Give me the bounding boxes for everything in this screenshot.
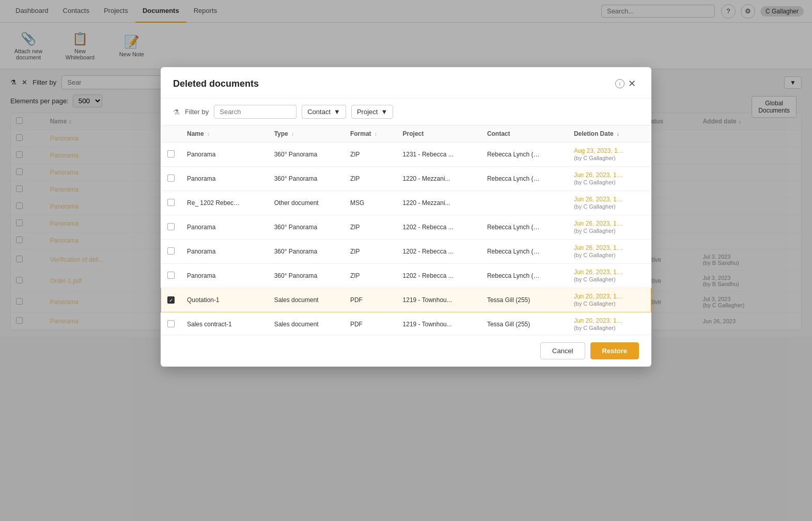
table-row: Panorama 360° Panorama ZIP 1202 - Rebecc… bbox=[161, 240, 651, 264]
row-format: ZIP bbox=[344, 215, 397, 240]
row-format: ZIP bbox=[344, 240, 397, 264]
row-checkbox[interactable] bbox=[167, 223, 175, 230]
row-type: 360° Panorama bbox=[268, 143, 344, 167]
modal-body: Name ↕ Type ↕ Format ↕ Project Contact D… bbox=[161, 125, 651, 335]
row-type: Sales document bbox=[268, 312, 344, 335]
row-type: 360° Panorama bbox=[268, 167, 344, 191]
modal-filter-label: Filter by bbox=[185, 108, 209, 116]
row-name: Panorama bbox=[181, 264, 268, 288]
modal-header: Deleted documents i ✕ bbox=[161, 67, 651, 99]
modal-filter-bar: ⚗ Filter by Contact ▼ Project ▼ bbox=[161, 99, 651, 125]
col-modal-contact[interactable]: Contact bbox=[481, 125, 568, 143]
row-deletion-date: Jun 20, 2023, 1… (by C Gallagher) bbox=[568, 312, 651, 335]
modal-filter-icon: ⚗ bbox=[173, 108, 180, 116]
col-check bbox=[161, 125, 181, 143]
row-deletion-date: Jun 26, 2023, 1… (by C Gallagher) bbox=[568, 264, 651, 288]
row-type: Other document bbox=[268, 191, 344, 215]
row-checkbox[interactable] bbox=[167, 175, 175, 182]
row-format: MSG bbox=[344, 191, 397, 215]
row-type: 360° Panorama bbox=[268, 264, 344, 288]
row-deletion-date: Aug 23, 2023, 1… (by C Gallagher) bbox=[568, 143, 651, 167]
row-format: PDF bbox=[344, 288, 397, 312]
row-contact: Tessa Gill (255) bbox=[481, 288, 568, 312]
row-checkbox-cell[interactable] bbox=[161, 191, 181, 215]
table-row: Quotation-1 Sales document PDF 1219 - To… bbox=[161, 288, 651, 312]
row-checkbox[interactable] bbox=[167, 296, 175, 304]
row-format: ZIP bbox=[344, 167, 397, 191]
row-project: 1231 - Rebecca ... bbox=[397, 143, 481, 167]
row-deletion-date: Jun 26, 2023, 1… (by C Gallagher) bbox=[568, 167, 651, 191]
row-project: 1202 - Rebecca ... bbox=[397, 215, 481, 240]
row-name: Panorama bbox=[181, 143, 268, 167]
row-checkbox[interactable] bbox=[167, 199, 175, 206]
table-row: Panorama 360° Panorama ZIP 1231 - Rebecc… bbox=[161, 143, 651, 167]
row-contact: Rebecca Lynch (… bbox=[481, 167, 568, 191]
modal-footer: Cancel Restore bbox=[161, 335, 651, 337]
row-checkbox-cell[interactable] bbox=[161, 167, 181, 191]
row-name: Panorama bbox=[181, 215, 268, 240]
row-project: 1202 - Rebecca ... bbox=[397, 264, 481, 288]
col-modal-name[interactable]: Name ↕ bbox=[181, 125, 268, 143]
row-checkbox-cell[interactable] bbox=[161, 215, 181, 240]
row-project: 1220 - Mezzani... bbox=[397, 191, 481, 215]
row-format: ZIP bbox=[344, 264, 397, 288]
row-project: 1219 - Townhou... bbox=[397, 312, 481, 335]
row-checkbox[interactable] bbox=[167, 320, 175, 327]
table-row: Panorama 360° Panorama ZIP 1220 - Mezzan… bbox=[161, 167, 651, 191]
row-format: ZIP bbox=[344, 143, 397, 167]
info-icon[interactable]: i bbox=[615, 79, 624, 88]
row-checkbox-cell[interactable] bbox=[161, 264, 181, 288]
row-name: Re_ 1202 Rebec… bbox=[181, 191, 268, 215]
row-contact: Tessa Gill (255) bbox=[481, 312, 568, 335]
modal-close-button[interactable]: ✕ bbox=[624, 76, 639, 91]
row-checkbox[interactable] bbox=[167, 247, 175, 255]
col-modal-type[interactable]: Type ↕ bbox=[268, 125, 344, 143]
row-checkbox[interactable] bbox=[167, 150, 175, 157]
row-project: 1219 - Townhou... bbox=[397, 288, 481, 312]
row-contact: Rebecca Lynch (… bbox=[481, 240, 568, 264]
table-row: Panorama 360° Panorama ZIP 1202 - Rebecc… bbox=[161, 264, 651, 288]
row-checkbox-cell[interactable] bbox=[161, 288, 181, 312]
row-checkbox-cell[interactable] bbox=[161, 143, 181, 167]
contact-dropdown[interactable]: Contact ▼ bbox=[302, 105, 346, 119]
deleted-documents-modal: Deleted documents i ✕ ⚗ Filter by Contac… bbox=[161, 67, 651, 337]
row-deletion-date: Jun 20, 2023, 1… (by C Gallagher) bbox=[568, 288, 651, 312]
row-name: Quotation-1 bbox=[181, 288, 268, 312]
row-deletion-date: Jun 26, 2023, 1… (by C Gallagher) bbox=[568, 215, 651, 240]
row-deletion-date: Jun 26, 2023, 1… (by C Gallagher) bbox=[568, 240, 651, 264]
row-type: 360° Panorama bbox=[268, 240, 344, 264]
row-checkbox-cell[interactable] bbox=[161, 240, 181, 264]
deleted-docs-table: Name ↕ Type ↕ Format ↕ Project Contact D… bbox=[161, 125, 651, 335]
row-checkbox[interactable] bbox=[167, 272, 175, 279]
row-contact bbox=[481, 191, 568, 215]
row-deletion-date: Jun 26, 2023, 1… (by C Gallagher) bbox=[568, 191, 651, 215]
col-modal-format[interactable]: Format ↕ bbox=[344, 125, 397, 143]
row-type: Sales document bbox=[268, 288, 344, 312]
modal-title: Deleted documents bbox=[173, 78, 611, 89]
modal-overlay: Deleted documents i ✕ ⚗ Filter by Contac… bbox=[0, 0, 812, 337]
modal-search-input[interactable] bbox=[214, 105, 296, 119]
row-contact: Rebecca Lynch (… bbox=[481, 264, 568, 288]
row-format: PDF bbox=[344, 312, 397, 335]
row-name: Panorama bbox=[181, 167, 268, 191]
row-name: Sales contract-1 bbox=[181, 312, 268, 335]
col-modal-project[interactable]: Project bbox=[397, 125, 481, 143]
row-project: 1220 - Mezzani... bbox=[397, 167, 481, 191]
row-name: Panorama bbox=[181, 240, 268, 264]
table-row: Re_ 1202 Rebec… Other document MSG 1220 … bbox=[161, 191, 651, 215]
row-type: 360° Panorama bbox=[268, 215, 344, 240]
row-contact: Rebecca Lynch (… bbox=[481, 215, 568, 240]
table-row: Panorama 360° Panorama ZIP 1202 - Rebecc… bbox=[161, 215, 651, 240]
row-project: 1202 - Rebecca ... bbox=[397, 240, 481, 264]
col-modal-deletion-date[interactable]: Deletion Date ↓ bbox=[568, 125, 651, 143]
row-contact: Rebecca Lynch (… bbox=[481, 143, 568, 167]
row-checkbox-cell[interactable] bbox=[161, 312, 181, 335]
project-dropdown[interactable]: Project ▼ bbox=[351, 105, 393, 119]
table-row: Sales contract-1 Sales document PDF 1219… bbox=[161, 312, 651, 335]
